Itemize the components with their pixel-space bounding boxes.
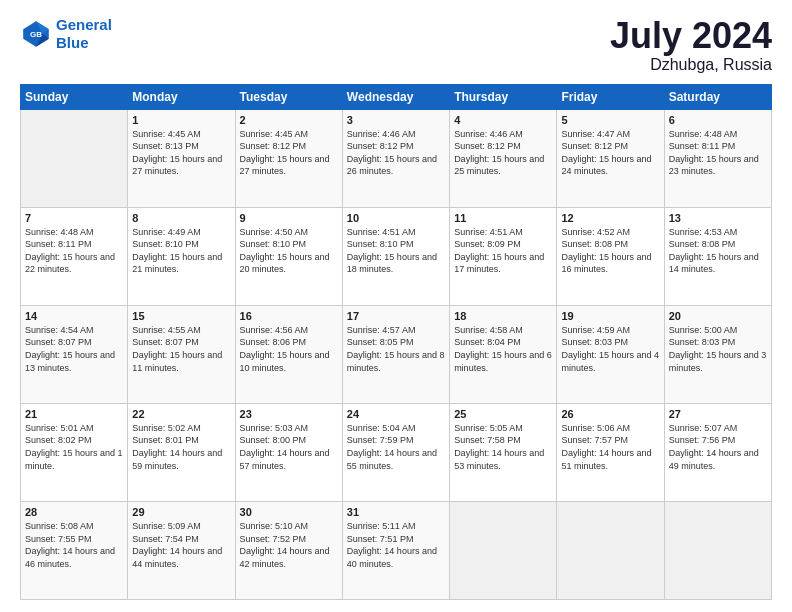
- cell-info: Sunrise: 4:54 AMSunset: 8:07 PMDaylight:…: [25, 324, 123, 374]
- calendar-cell: 16Sunrise: 4:56 AMSunset: 8:06 PMDayligh…: [235, 305, 342, 403]
- cell-info: Sunrise: 5:03 AMSunset: 8:00 PMDaylight:…: [240, 422, 338, 472]
- calendar-cell: [664, 501, 771, 599]
- day-number: 26: [561, 408, 659, 420]
- day-number: 30: [240, 506, 338, 518]
- day-number: 31: [347, 506, 445, 518]
- calendar-cell: 26Sunrise: 5:06 AMSunset: 7:57 PMDayligh…: [557, 403, 664, 501]
- calendar-cell: 27Sunrise: 5:07 AMSunset: 7:56 PMDayligh…: [664, 403, 771, 501]
- day-number: 7: [25, 212, 123, 224]
- calendar-cell: 2Sunrise: 4:45 AMSunset: 8:12 PMDaylight…: [235, 109, 342, 207]
- day-number: 9: [240, 212, 338, 224]
- calendar-cell: [21, 109, 128, 207]
- day-number: 11: [454, 212, 552, 224]
- col-header-sunday: Sunday: [21, 84, 128, 109]
- cell-info: Sunrise: 4:47 AMSunset: 8:12 PMDaylight:…: [561, 128, 659, 178]
- cell-info: Sunrise: 4:46 AMSunset: 8:12 PMDaylight:…: [347, 128, 445, 178]
- day-number: 28: [25, 506, 123, 518]
- day-number: 4: [454, 114, 552, 126]
- day-number: 29: [132, 506, 230, 518]
- day-number: 5: [561, 114, 659, 126]
- cell-info: Sunrise: 5:11 AMSunset: 7:51 PMDaylight:…: [347, 520, 445, 570]
- calendar-cell: 17Sunrise: 4:57 AMSunset: 8:05 PMDayligh…: [342, 305, 449, 403]
- day-number: 23: [240, 408, 338, 420]
- calendar-cell: 9Sunrise: 4:50 AMSunset: 8:10 PMDaylight…: [235, 207, 342, 305]
- cell-info: Sunrise: 4:52 AMSunset: 8:08 PMDaylight:…: [561, 226, 659, 276]
- day-number: 27: [669, 408, 767, 420]
- col-header-thursday: Thursday: [450, 84, 557, 109]
- logo-text: General Blue: [56, 16, 112, 52]
- day-number: 13: [669, 212, 767, 224]
- day-number: 18: [454, 310, 552, 322]
- cell-info: Sunrise: 5:10 AMSunset: 7:52 PMDaylight:…: [240, 520, 338, 570]
- calendar-cell: 20Sunrise: 5:00 AMSunset: 8:03 PMDayligh…: [664, 305, 771, 403]
- calendar-cell: 28Sunrise: 5:08 AMSunset: 7:55 PMDayligh…: [21, 501, 128, 599]
- cell-info: Sunrise: 4:51 AMSunset: 8:10 PMDaylight:…: [347, 226, 445, 276]
- cell-info: Sunrise: 5:06 AMSunset: 7:57 PMDaylight:…: [561, 422, 659, 472]
- calendar-cell: 25Sunrise: 5:05 AMSunset: 7:58 PMDayligh…: [450, 403, 557, 501]
- cell-info: Sunrise: 4:51 AMSunset: 8:09 PMDaylight:…: [454, 226, 552, 276]
- cell-info: Sunrise: 4:57 AMSunset: 8:05 PMDaylight:…: [347, 324, 445, 374]
- day-number: 16: [240, 310, 338, 322]
- calendar-header-row: SundayMondayTuesdayWednesdayThursdayFrid…: [21, 84, 772, 109]
- week-row-1: 1Sunrise: 4:45 AMSunset: 8:13 PMDaylight…: [21, 109, 772, 207]
- calendar-cell: 15Sunrise: 4:55 AMSunset: 8:07 PMDayligh…: [128, 305, 235, 403]
- calendar-cell: 7Sunrise: 4:48 AMSunset: 8:11 PMDaylight…: [21, 207, 128, 305]
- logo: GB General Blue: [20, 16, 112, 52]
- day-number: 15: [132, 310, 230, 322]
- calendar-cell: 3Sunrise: 4:46 AMSunset: 8:12 PMDaylight…: [342, 109, 449, 207]
- day-number: 22: [132, 408, 230, 420]
- week-row-4: 21Sunrise: 5:01 AMSunset: 8:02 PMDayligh…: [21, 403, 772, 501]
- calendar-cell: [450, 501, 557, 599]
- cell-info: Sunrise: 4:58 AMSunset: 8:04 PMDaylight:…: [454, 324, 552, 374]
- cell-info: Sunrise: 4:48 AMSunset: 8:11 PMDaylight:…: [669, 128, 767, 178]
- calendar-cell: 19Sunrise: 4:59 AMSunset: 8:03 PMDayligh…: [557, 305, 664, 403]
- calendar-cell: 6Sunrise: 4:48 AMSunset: 8:11 PMDaylight…: [664, 109, 771, 207]
- calendar-cell: 11Sunrise: 4:51 AMSunset: 8:09 PMDayligh…: [450, 207, 557, 305]
- col-header-friday: Friday: [557, 84, 664, 109]
- cell-info: Sunrise: 4:59 AMSunset: 8:03 PMDaylight:…: [561, 324, 659, 374]
- col-header-wednesday: Wednesday: [342, 84, 449, 109]
- cell-info: Sunrise: 4:49 AMSunset: 8:10 PMDaylight:…: [132, 226, 230, 276]
- day-number: 10: [347, 212, 445, 224]
- day-number: 24: [347, 408, 445, 420]
- day-number: 2: [240, 114, 338, 126]
- calendar-cell: 8Sunrise: 4:49 AMSunset: 8:10 PMDaylight…: [128, 207, 235, 305]
- calendar-cell: [557, 501, 664, 599]
- cell-info: Sunrise: 4:56 AMSunset: 8:06 PMDaylight:…: [240, 324, 338, 374]
- calendar-cell: 24Sunrise: 5:04 AMSunset: 7:59 PMDayligh…: [342, 403, 449, 501]
- day-number: 19: [561, 310, 659, 322]
- day-number: 25: [454, 408, 552, 420]
- svg-text:GB: GB: [30, 30, 42, 39]
- cell-info: Sunrise: 4:45 AMSunset: 8:13 PMDaylight:…: [132, 128, 230, 178]
- day-number: 21: [25, 408, 123, 420]
- day-number: 3: [347, 114, 445, 126]
- day-number: 6: [669, 114, 767, 126]
- logo-icon: GB: [20, 18, 52, 50]
- cell-info: Sunrise: 4:53 AMSunset: 8:08 PMDaylight:…: [669, 226, 767, 276]
- header: GB General Blue July 2024 Dzhubga, Russi…: [20, 16, 772, 74]
- calendar-cell: 21Sunrise: 5:01 AMSunset: 8:02 PMDayligh…: [21, 403, 128, 501]
- cell-info: Sunrise: 5:00 AMSunset: 8:03 PMDaylight:…: [669, 324, 767, 374]
- calendar-cell: 23Sunrise: 5:03 AMSunset: 8:00 PMDayligh…: [235, 403, 342, 501]
- cell-info: Sunrise: 5:05 AMSunset: 7:58 PMDaylight:…: [454, 422, 552, 472]
- day-number: 14: [25, 310, 123, 322]
- calendar-cell: 30Sunrise: 5:10 AMSunset: 7:52 PMDayligh…: [235, 501, 342, 599]
- col-header-tuesday: Tuesday: [235, 84, 342, 109]
- cell-info: Sunrise: 5:08 AMSunset: 7:55 PMDaylight:…: [25, 520, 123, 570]
- calendar-cell: 29Sunrise: 5:09 AMSunset: 7:54 PMDayligh…: [128, 501, 235, 599]
- week-row-2: 7Sunrise: 4:48 AMSunset: 8:11 PMDaylight…: [21, 207, 772, 305]
- calendar-cell: 14Sunrise: 4:54 AMSunset: 8:07 PMDayligh…: [21, 305, 128, 403]
- week-row-5: 28Sunrise: 5:08 AMSunset: 7:55 PMDayligh…: [21, 501, 772, 599]
- calendar-cell: 22Sunrise: 5:02 AMSunset: 8:01 PMDayligh…: [128, 403, 235, 501]
- cell-info: Sunrise: 5:09 AMSunset: 7:54 PMDaylight:…: [132, 520, 230, 570]
- calendar-cell: 12Sunrise: 4:52 AMSunset: 8:08 PMDayligh…: [557, 207, 664, 305]
- calendar-cell: 31Sunrise: 5:11 AMSunset: 7:51 PMDayligh…: [342, 501, 449, 599]
- calendar-cell: 1Sunrise: 4:45 AMSunset: 8:13 PMDaylight…: [128, 109, 235, 207]
- cell-info: Sunrise: 5:04 AMSunset: 7:59 PMDaylight:…: [347, 422, 445, 472]
- cell-info: Sunrise: 5:01 AMSunset: 8:02 PMDaylight:…: [25, 422, 123, 472]
- cell-info: Sunrise: 4:50 AMSunset: 8:10 PMDaylight:…: [240, 226, 338, 276]
- calendar-cell: 13Sunrise: 4:53 AMSunset: 8:08 PMDayligh…: [664, 207, 771, 305]
- day-number: 8: [132, 212, 230, 224]
- col-header-monday: Monday: [128, 84, 235, 109]
- cell-info: Sunrise: 4:55 AMSunset: 8:07 PMDaylight:…: [132, 324, 230, 374]
